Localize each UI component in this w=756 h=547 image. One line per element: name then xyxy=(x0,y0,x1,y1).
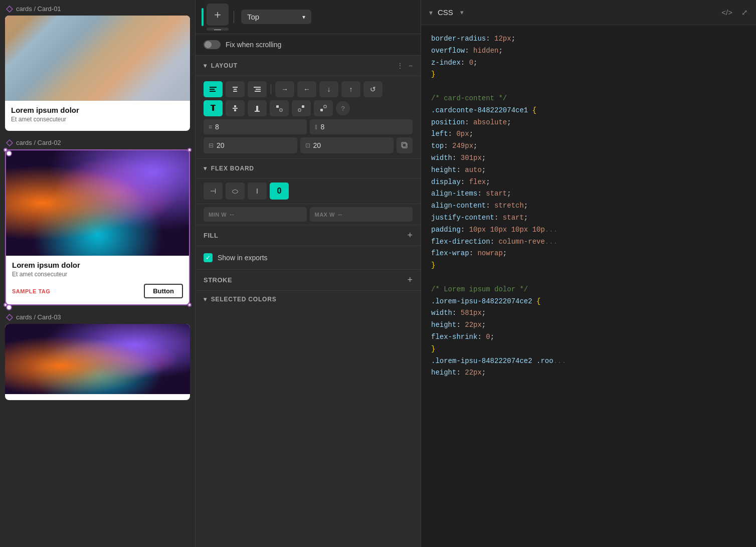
svg-rect-16 xyxy=(234,109,236,111)
svg-rect-20 xyxy=(280,109,282,111)
sample-tag: SAMPLE TAG xyxy=(12,288,50,294)
code-line-13: align-content: stretch; xyxy=(431,200,746,212)
add-remove-controls: ＋ — xyxy=(207,4,229,31)
flex-btn-row: ⊣ ⬭ Ι 0 xyxy=(196,178,421,204)
svg-rect-9 xyxy=(254,87,261,88)
code-line-7: left: 0px; xyxy=(431,128,746,140)
handle-br[interactable] xyxy=(187,303,192,307)
stroke-row: STROKE + xyxy=(196,270,421,291)
code-line-6: position: absolute; xyxy=(431,117,746,129)
gap-row: ≡ 8 ⫿ 8 xyxy=(204,119,413,134)
card-03-name: cards / Card-03 xyxy=(16,313,61,321)
dist-v-btn[interactable]: ↓ xyxy=(319,81,338,97)
position-dropdown[interactable]: Top ▾ xyxy=(241,10,311,24)
align-tr-btn[interactable] xyxy=(292,100,311,116)
flex-label: FLEX BOARD xyxy=(211,165,254,172)
expand-btn[interactable]: ⤢ xyxy=(741,8,748,17)
flex-circle-btn[interactable]: ⬭ xyxy=(226,183,245,200)
align-bl-icon xyxy=(319,104,327,112)
svg-rect-14 xyxy=(233,108,238,109)
code-line-12: align-items: start; xyxy=(431,188,746,200)
min-w-value: -- xyxy=(230,211,234,218)
card-01-label: cards / Card-01 xyxy=(5,5,190,13)
selected-colors-chevron: ▾ xyxy=(204,296,207,303)
col-pad-field[interactable]: ⊡ 20 xyxy=(300,137,394,153)
code-line-10: height: auto; xyxy=(431,164,746,176)
align-right-btn[interactable] xyxy=(248,81,267,97)
rotate-btn[interactable]: ↺ xyxy=(363,81,383,97)
flex-zero-btn[interactable]: 0 xyxy=(270,183,289,200)
flex-chevron: ▾ xyxy=(204,165,207,172)
card-01-preview[interactable]: Lorem ipsum dolor Et amet consecuteur xyxy=(5,16,190,131)
align-tl-btn[interactable] xyxy=(270,100,289,116)
stroke-add-btn[interactable]: + xyxy=(407,275,413,285)
position-label: Top xyxy=(247,13,259,21)
css-dropdown-arrow[interactable]: ▾ xyxy=(460,9,464,16)
handle-tl[interactable] xyxy=(4,148,8,152)
dist-h-btn[interactable]: → xyxy=(275,81,294,97)
code-line-2: overflow: hidden; xyxy=(431,45,746,57)
fix-scroll-toggle[interactable] xyxy=(204,40,221,49)
row-pad-value: 20 xyxy=(217,141,225,149)
panel-separator xyxy=(234,11,234,23)
col-pad-value: 20 xyxy=(313,141,321,149)
max-w-label: MAX W xyxy=(315,212,335,218)
show-exports-checkbox[interactable]: ✓ xyxy=(204,253,213,262)
card-02-preview[interactable]: Lorem ipsum dolor Et amet consecuteur SA… xyxy=(5,149,190,305)
max-w-field[interactable]: MAX W -- xyxy=(310,207,413,222)
svg-rect-10 xyxy=(256,89,261,90)
flex-h-btn[interactable]: ⊣ xyxy=(204,183,223,200)
col-gap-field[interactable]: ⫿ 8 xyxy=(310,119,413,134)
top-bar-left: ＋ — xyxy=(202,4,236,31)
align-left-btn[interactable] xyxy=(204,81,223,97)
top-bar: ＋ — Top ▾ xyxy=(196,0,421,34)
align-bl-btn[interactable] xyxy=(314,100,333,116)
align-bottom-btn[interactable] xyxy=(248,100,267,116)
svg-rect-17 xyxy=(255,111,260,112)
minus-button[interactable]: — xyxy=(207,28,229,31)
flex-text-btn[interactable]: Ι xyxy=(248,183,267,200)
code-line-19: .lorem-ipsu-848222074ce2 { xyxy=(431,296,746,308)
row-gap-field[interactable]: ≡ 8 xyxy=(204,119,307,134)
dist-v2-btn[interactable]: ↑ xyxy=(341,81,360,97)
collapse-icon[interactable]: ▾ xyxy=(429,9,433,17)
row-pad-icon: ⊟ xyxy=(209,142,214,149)
code-area: border-radius: 12px; overflow: hidden; z… xyxy=(421,25,756,387)
min-w-label: MIN W xyxy=(209,212,227,218)
code-view-btn[interactable]: </> xyxy=(721,8,732,17)
handle-bl[interactable] xyxy=(4,303,8,307)
code-line-5: .cardconte-848222074ce1 { xyxy=(431,105,746,117)
align-row-1: → ← ↓ ↑ ↺ xyxy=(204,81,413,97)
row-pad-field[interactable]: ⊟ 20 xyxy=(204,137,297,153)
card-03-preview[interactable] xyxy=(5,324,190,400)
col-gap-value: 8 xyxy=(321,123,325,131)
code-line-14: justify-content: start; xyxy=(431,212,746,224)
selected-colors-label: ▾ SELECTED COLORS xyxy=(204,296,277,303)
layout-more-btn[interactable]: ⋮ xyxy=(397,62,404,70)
layout-collapse-btn[interactable]: − xyxy=(409,62,413,70)
align-top-btn[interactable] xyxy=(204,100,223,116)
align-center-btn[interactable] xyxy=(226,81,245,97)
dist-h2-btn[interactable]: ← xyxy=(297,81,316,97)
add-button[interactable]: ＋ xyxy=(207,4,229,26)
css-label: CSS xyxy=(438,8,453,17)
align-vmid-btn[interactable] xyxy=(226,100,245,116)
help-button[interactable]: ? xyxy=(336,101,350,115)
align-tl-icon xyxy=(275,104,283,112)
card-button[interactable]: Button xyxy=(144,284,183,298)
code-line-8: top: 249px; xyxy=(431,140,746,152)
svg-rect-19 xyxy=(276,105,279,108)
min-w-field[interactable]: MIN W -- xyxy=(204,207,307,222)
show-exports-label: Show in exports xyxy=(218,254,268,262)
fill-add-btn[interactable]: + xyxy=(407,230,413,241)
code-line-25: height: 22px; xyxy=(431,367,746,379)
card-02-label: cards / Card-02 xyxy=(5,139,190,146)
code-line-comment-1: /* card-content */ xyxy=(431,93,746,105)
handle-tr[interactable] xyxy=(187,148,192,152)
svg-marker-1 xyxy=(7,140,13,146)
code-line-17: flex-wrap: nowrap; xyxy=(431,248,746,260)
card-02-name: cards / Card-02 xyxy=(16,139,61,146)
svg-rect-18 xyxy=(256,106,258,111)
selected-colors-row: ▾ SELECTED COLORS xyxy=(196,291,421,308)
copy-padding-btn[interactable] xyxy=(397,137,413,153)
